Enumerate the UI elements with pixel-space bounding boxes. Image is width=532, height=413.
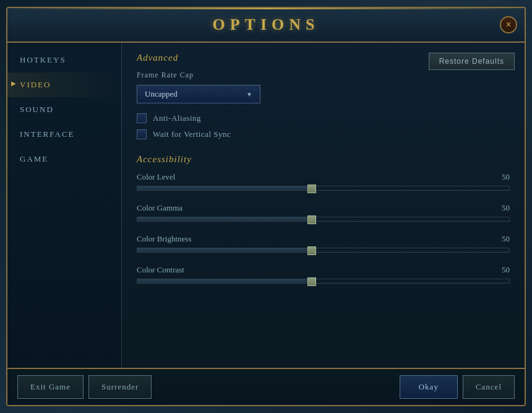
accessibility-section: Accessibility Color Level 50	[137, 154, 510, 284]
sidebar-item-interface[interactable]: INTERFACE	[7, 122, 121, 147]
vsync-label: Wait for Vertical Sync	[153, 129, 231, 139]
color-contrast-value: 50	[502, 265, 510, 275]
anti-aliasing-row: Anti-Aliasing	[137, 113, 510, 123]
frame-rate-cap-container: Frame Rate Cap Uncapped ▼	[137, 71, 510, 103]
color-level-value: 50	[502, 172, 510, 182]
title-bar: OPTIONS ×	[7, 8, 525, 43]
color-gamma-row: Color Gamma 50	[137, 203, 510, 222]
color-contrast-slider[interactable]	[137, 279, 510, 284]
frame-rate-cap-label: Frame Rate Cap	[137, 71, 510, 80]
color-brightness-row: Color Brightness 50	[137, 234, 510, 253]
anti-aliasing-label: Anti-Aliasing	[153, 113, 201, 123]
color-contrast-label: Color Contrast	[137, 265, 184, 275]
restore-defaults-button[interactable]: Restore Defaults	[429, 53, 515, 70]
restore-defaults-container: Restore Defaults	[429, 53, 515, 70]
color-level-label: Color Level	[137, 172, 175, 182]
sidebar-item-hotkeys[interactable]: HOTKEYS	[7, 48, 121, 72]
accessibility-title: Accessibility	[137, 154, 510, 165]
color-level-thumb[interactable]	[307, 185, 316, 193]
dropdown-value: Uncapped	[145, 89, 178, 99]
surrender-button[interactable]: Surrender	[88, 375, 152, 399]
color-brightness-slider[interactable]	[137, 248, 510, 253]
color-gamma-fill	[137, 217, 312, 221]
vsync-checkbox[interactable]	[137, 129, 147, 139]
color-brightness-fill	[137, 248, 312, 252]
color-brightness-thumb[interactable]	[307, 246, 316, 255]
content-area: Restore Defaults Advanced Frame Rate Cap…	[122, 43, 525, 368]
sidebar: HOTKEYS VIDEO SOUND INTERFACE GAME	[7, 43, 122, 368]
cancel-button[interactable]: Cancel	[463, 375, 515, 399]
color-gamma-label: Color Gamma	[137, 203, 182, 213]
sidebar-item-sound[interactable]: SOUND	[7, 97, 121, 122]
color-brightness-value: 50	[502, 234, 510, 244]
color-level-slider[interactable]	[137, 186, 510, 191]
sidebar-item-game[interactable]: GAME	[7, 147, 121, 172]
color-contrast-fill	[137, 279, 312, 283]
modal-overlay: OPTIONS × HOTKEYS VIDEO SOUND INTERFACE	[0, 0, 532, 413]
vsync-row: Wait for Vertical Sync	[137, 129, 510, 139]
color-level-row: Color Level 50	[137, 172, 510, 191]
color-contrast-thumb[interactable]	[307, 277, 316, 286]
chevron-down-icon: ▼	[246, 91, 252, 98]
exit-game-button[interactable]: Exit Game	[17, 375, 84, 399]
color-contrast-row: Color Contrast 50	[137, 265, 510, 284]
color-gamma-slider[interactable]	[137, 217, 510, 222]
sidebar-item-video[interactable]: VIDEO	[7, 72, 121, 97]
modal-body: HOTKEYS VIDEO SOUND INTERFACE GAME	[7, 43, 525, 368]
anti-aliasing-checkbox[interactable]	[137, 113, 147, 123]
color-gamma-thumb[interactable]	[307, 215, 316, 224]
modal-footer: Exit Game Surrender Okay Cancel	[7, 368, 525, 405]
close-button[interactable]: ×	[500, 16, 517, 33]
modal-title: OPTIONS	[212, 15, 319, 34]
okay-button[interactable]: Okay	[400, 375, 458, 399]
frame-rate-cap-dropdown[interactable]: Uncapped ▼	[137, 85, 260, 103]
color-brightness-label: Color Brightness	[137, 234, 191, 244]
color-gamma-value: 50	[502, 203, 510, 213]
color-level-fill	[137, 186, 312, 190]
options-modal: OPTIONS × HOTKEYS VIDEO SOUND INTERFACE	[6, 7, 526, 406]
